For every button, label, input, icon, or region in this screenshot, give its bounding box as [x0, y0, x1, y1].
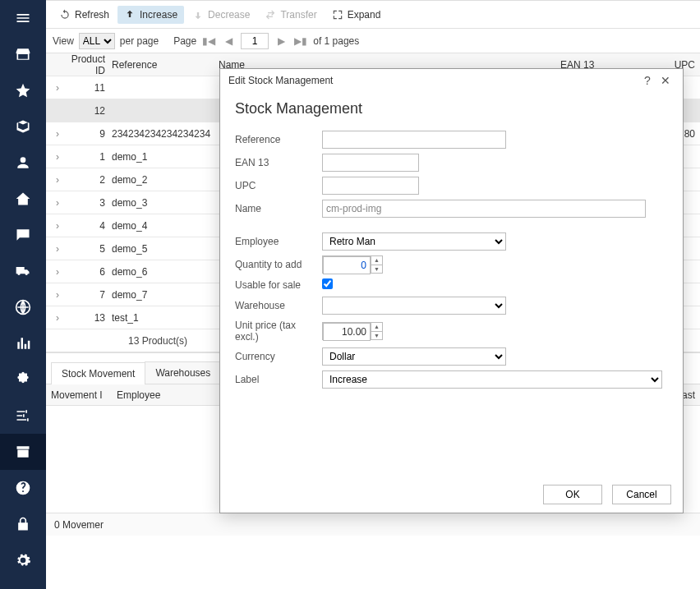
price-label: Unit price (tax excl.) — [235, 320, 322, 343]
person-icon[interactable] — [0, 145, 46, 181]
decrease-label: Decrease — [208, 9, 250, 21]
gear-icon[interactable] — [0, 542, 46, 578]
cell-reference: demo_7 — [112, 289, 219, 301]
cell-reference: demo_5 — [112, 243, 219, 255]
cancel-button[interactable]: Cancel — [612, 485, 671, 504]
globe-icon[interactable] — [0, 289, 46, 325]
refresh-button[interactable]: Refresh — [53, 6, 116, 24]
cell-reference: demo_4 — [112, 220, 219, 232]
price-input[interactable] — [323, 323, 371, 341]
qty-stepper[interactable]: ▲▼ — [322, 255, 383, 274]
upc-label: UPC — [235, 180, 322, 191]
close-icon[interactable]: ✕ — [656, 74, 675, 87]
transfer-label: Transfer — [280, 9, 316, 21]
dialog-body: Stock Management Reference EAN 13 UPC Na… — [220, 92, 683, 476]
expand-icon[interactable]: › — [49, 266, 66, 278]
expand-icon[interactable]: › — [49, 220, 66, 232]
dialog-footer: OK Cancel — [220, 476, 683, 513]
cell-product-id: 3 — [66, 197, 112, 209]
cell-reference: 234234234234234234 — [112, 128, 219, 140]
expand-icon[interactable]: › — [49, 174, 66, 186]
qty-up-icon[interactable]: ▲ — [371, 256, 382, 265]
cell-reference: demo_3 — [112, 197, 219, 209]
increase-label: Increase — [140, 9, 177, 21]
dialog-titlebar: Edit Stock Management ? ✕ — [220, 69, 683, 92]
page-input[interactable] — [241, 33, 269, 49]
tab-stock-movement[interactable]: Stock Movement — [51, 362, 145, 384]
employee-select[interactable]: Retro Man — [322, 232, 506, 251]
price-up-icon[interactable]: ▲ — [371, 323, 382, 332]
puzzle-icon[interactable] — [0, 361, 46, 398]
help-icon[interactable] — [0, 470, 46, 506]
warehouse-select[interactable] — [322, 297, 506, 315]
expand-icon[interactable]: › — [49, 197, 66, 209]
chart-icon[interactable] — [0, 325, 46, 361]
truck-icon[interactable] — [0, 253, 46, 289]
qty-input[interactable] — [323, 256, 371, 274]
help-icon[interactable]: ? — [638, 74, 656, 87]
archive-icon[interactable] — [0, 434, 46, 470]
expand-icon[interactable]: › — [49, 312, 66, 324]
dialog-title: Edit Stock Management — [228, 75, 333, 86]
col-product-id[interactable]: Product ID — [66, 53, 112, 76]
store-icon[interactable] — [0, 36, 46, 72]
edit-stock-dialog: Edit Stock Management ? ✕ Stock Manageme… — [219, 68, 684, 513]
ok-button[interactable]: OK — [543, 485, 602, 504]
cell-product-id: 7 — [66, 289, 112, 301]
cell-product-id: 6 — [66, 266, 112, 278]
ean-input[interactable] — [322, 154, 419, 172]
expand-icon[interactable]: › — [49, 289, 66, 301]
cell-product-id: 9 — [66, 128, 112, 140]
cell-product-id: 2 — [66, 174, 112, 186]
view-label: View — [53, 35, 74, 47]
menu-icon[interactable] — [0, 0, 46, 36]
warehouse-label: Warehouse — [235, 300, 322, 311]
col-reference[interactable]: Reference — [112, 59, 219, 71]
first-page-icon[interactable]: ▮◀ — [201, 34, 216, 48]
cell-reference: demo_1 — [112, 151, 219, 163]
tab-warehouses[interactable]: Warehouses — [145, 361, 221, 384]
expand-icon[interactable]: › — [49, 243, 66, 255]
cell-product-id: 5 — [66, 243, 112, 255]
next-page-icon[interactable]: ▶ — [274, 34, 288, 48]
expand-icon[interactable]: › — [49, 128, 66, 140]
box-icon[interactable] — [0, 108, 46, 145]
sidebar — [0, 0, 46, 589]
star-icon[interactable] — [0, 72, 46, 108]
name-label: Name — [235, 203, 322, 214]
currency-label: Currency — [235, 351, 322, 362]
col-movement[interactable]: Movement I — [51, 389, 108, 401]
per-page-label: per page — [120, 35, 159, 47]
upc-input[interactable] — [322, 177, 419, 195]
col-employee[interactable]: Employee — [117, 389, 182, 401]
reference-input[interactable] — [322, 131, 506, 149]
per-page-select[interactable]: ALL — [79, 33, 115, 49]
cell-product-id: 12 — [66, 105, 112, 117]
expand-icon[interactable]: › — [49, 151, 66, 163]
prev-page-icon[interactable]: ◀ — [221, 34, 236, 48]
last-page-icon[interactable]: ▶▮ — [293, 34, 308, 48]
sliders-icon[interactable] — [0, 398, 46, 434]
expand-icon[interactable]: › — [49, 82, 66, 94]
increase-button[interactable]: Increase — [117, 6, 184, 24]
of-pages-label: of 1 pages — [313, 35, 359, 47]
cell-product-id: 1 — [66, 151, 112, 163]
home-icon[interactable] — [0, 181, 46, 217]
reference-label: Reference — [235, 134, 322, 145]
transfer-button: Transfer — [258, 6, 323, 24]
price-down-icon[interactable]: ▼ — [371, 332, 382, 340]
subgrid-footer: 0 Movemer — [46, 513, 700, 536]
lock-icon[interactable] — [0, 506, 46, 542]
expand-button[interactable]: Expand — [325, 6, 388, 24]
currency-select[interactable]: Dollar — [322, 347, 506, 366]
price-stepper[interactable]: ▲▼ — [322, 322, 383, 340]
ean-label: EAN 13 — [235, 157, 322, 168]
message-icon[interactable] — [0, 217, 46, 253]
usable-checkbox[interactable] — [322, 278, 333, 289]
label-select[interactable]: Increase — [322, 370, 662, 389]
employee-label: Employee — [235, 236, 322, 247]
cell-product-id: 4 — [66, 220, 112, 232]
qty-down-icon[interactable]: ▼ — [371, 265, 382, 274]
cell-reference: demo_6 — [112, 266, 219, 278]
usable-label: Usable for sale — [235, 279, 322, 291]
